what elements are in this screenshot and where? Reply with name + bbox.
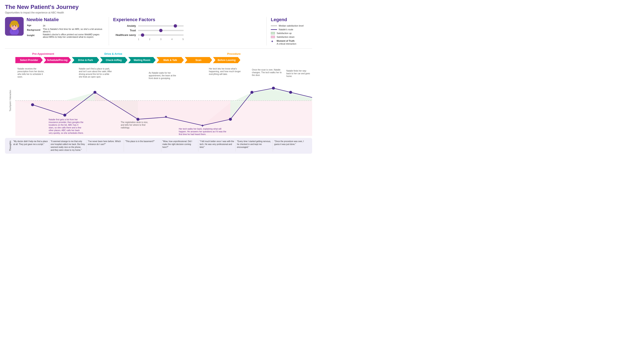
- legend-sat-up-label: Satisfaction up: [277, 32, 292, 34]
- background-label: Background: [27, 28, 42, 33]
- legend-moment-of-truth: ✦ Moment of TruthA critical interaction: [271, 40, 312, 46]
- step-select-provider: Select Provider: [15, 57, 43, 63]
- thought-item: "Every time I started getting nervous, h…: [237, 140, 273, 152]
- legend-sat-down: Satisfaction down: [271, 36, 312, 38]
- thoughts-section: Thoughts "My doctor didn't help me find …: [5, 138, 312, 154]
- factor-row: Anxiety: [113, 24, 262, 28]
- legend-median: Median satisfaction level: [271, 24, 312, 27]
- thought-item: "This place is in the basement?": [125, 140, 161, 152]
- svg-point-23: [229, 118, 232, 121]
- journey-map: Pre-Appointment Drive & Arrive Procedure…: [5, 52, 312, 154]
- legend-sat-up: Satisfaction up: [271, 32, 312, 34]
- top-section: Newbie Natalie Age 34 Background This is…: [5, 17, 312, 48]
- svg-point-20: [93, 91, 97, 94]
- svg-point-27: [289, 91, 292, 94]
- step-check-in-reg: Check-in/Reg: [100, 57, 127, 63]
- thought-item: "Once the procedure was over, I guess it…: [274, 140, 310, 152]
- age-label: Age: [27, 24, 42, 28]
- svg-point-4: [16, 30, 17, 31]
- thought-item: "I felt much better once I was with the …: [200, 140, 236, 152]
- page: The New Patient's Journey Opportunities …: [0, 0, 317, 158]
- factor-scale: 1 2 3 4 5: [138, 38, 184, 40]
- svg-point-3: [14, 30, 15, 31]
- svg-point-21: [136, 118, 140, 121]
- factor-dot: [159, 29, 163, 32]
- factor-label: Trust: [113, 29, 136, 32]
- factors-list: Anxiety Trust Healthcare savvy: [113, 24, 262, 36]
- insight-label: Insight: [27, 33, 42, 38]
- star-icon: ✦: [271, 40, 275, 44]
- phase-procedure: Procedure: [156, 52, 312, 56]
- legend-green-box: [271, 32, 275, 34]
- legend-sat-down-label: Satisfaction down: [277, 36, 294, 38]
- step-walk---talk: Walk & Talk: [157, 57, 184, 63]
- avatar: [5, 17, 24, 36]
- step-scan: Scan: [185, 57, 212, 63]
- insight-value: Natalie's doctor's office printed out so…: [43, 33, 104, 38]
- page-title: The New Patient's Journey: [5, 4, 312, 10]
- svg-point-18: [31, 103, 34, 106]
- svg-point-19: [63, 114, 67, 116]
- factor-bar: [138, 30, 184, 31]
- legend-median-label: Median satisfaction level: [279, 24, 304, 27]
- svg-point-11: [11, 26, 13, 28]
- svg-point-2: [12, 30, 13, 31]
- svg-point-10: [15, 26, 17, 26]
- legend-pink-box: [271, 36, 275, 38]
- svg-point-12: [16, 26, 18, 28]
- step-waiting-room: Waiting Room: [128, 57, 156, 63]
- phase-labels: Pre-Appointment Drive & Arrive Procedure: [15, 52, 312, 56]
- svg-text:✦: ✦: [201, 124, 204, 128]
- factor-row: Trust: [113, 29, 262, 32]
- svg-point-25: [251, 91, 254, 94]
- step-drive---park: Drive & Park: [72, 57, 99, 63]
- step-schedule-pre-reg: Schedule/Pre-reg: [44, 57, 71, 63]
- factor-bar: [138, 25, 184, 26]
- step-before-leaving: Before Leaving: [213, 57, 240, 63]
- legend-section: Legend Median satisfaction level Natalie…: [266, 17, 312, 46]
- thought-item: "Wow, how unprofessional. Did I make the…: [163, 140, 199, 152]
- thought-item: "My doctor didn't help me find a place a…: [13, 140, 49, 152]
- phase-pre-appointment: Pre-Appointment: [15, 52, 71, 56]
- factor-label: Healthcare savvy: [113, 34, 136, 36]
- thought-item: "It seemed strange to me that only one h…: [51, 140, 87, 152]
- factor-row: Healthcare savvy: [113, 34, 262, 36]
- thought-item: "I've never been here before. Which entr…: [88, 140, 124, 152]
- svg-text:✦: ✦: [164, 114, 168, 119]
- journey-steps: Select ProviderSchedule/Pre-regDrive & P…: [15, 57, 312, 63]
- profile-name: Newbie Natalie: [27, 17, 105, 22]
- legend-moment-label: Moment of TruthA critical interaction: [277, 40, 296, 46]
- factor-dot: [141, 34, 144, 37]
- background-value: This is Natalie's first time for an MRI,…: [43, 28, 104, 33]
- factor-label: Anxiety: [113, 24, 136, 28]
- svg-point-6: [11, 20, 18, 26]
- thoughts-label: Thoughts: [7, 140, 13, 152]
- exp-factors-title: Experience Factors: [113, 17, 262, 22]
- page-subtitle: Opportunities to impact the experience a…: [5, 11, 312, 14]
- legend-dark-line: [271, 29, 277, 30]
- factor-dot: [174, 24, 177, 28]
- profile-details: Age 34 Background This is Natalie's firs…: [27, 24, 105, 38]
- thoughts-items: "My doctor didn't help me find a place a…: [13, 140, 310, 152]
- factor-bar: [138, 34, 184, 36]
- profile-section: Newbie Natalie Age 34 Background This is…: [5, 17, 105, 46]
- legend-route-label: Natalie's route: [279, 28, 293, 31]
- legend-gray-line: [271, 26, 277, 26]
- chart-svg-container: ✦ ✦ Natalie receives the prescription fr…: [15, 65, 312, 136]
- y-axis-label: Touchpoint / Interaction: [5, 65, 15, 136]
- svg-point-9: [13, 26, 14, 26]
- legend-route: Natalie's route: [271, 28, 312, 31]
- journey-chart: Touchpoint / Interaction: [5, 65, 312, 136]
- svg-point-26: [272, 87, 275, 90]
- age-value: 34: [43, 24, 104, 28]
- experience-factors: Experience Factors Anxiety Trust Healthc…: [109, 17, 262, 46]
- phase-drive-arrive: Drive & Arrive: [71, 52, 156, 56]
- legend-title: Legend: [271, 17, 312, 22]
- profile-info: Newbie Natalie Age 34 Background This is…: [27, 17, 105, 46]
